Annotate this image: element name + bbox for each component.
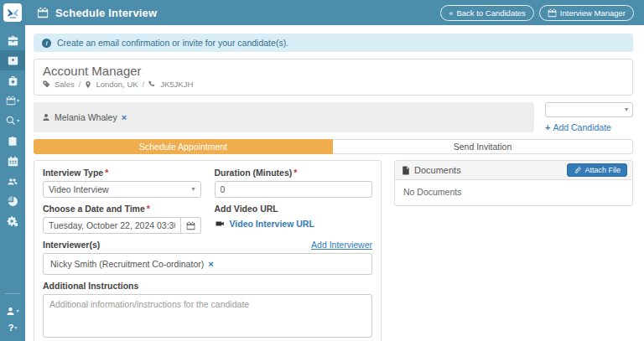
interviewers-field: Interviewer(s) Add Interviewer Nicky Smi…: [43, 240, 372, 275]
sidebar-item-calendar-menu[interactable]: ▾: [0, 90, 25, 111]
remove-interviewer-icon[interactable]: ×: [208, 260, 213, 269]
sidebar-item-reports[interactable]: [0, 191, 25, 211]
content: i Create an email confirmation or invite…: [25, 25, 644, 341]
sidebar-item-help[interactable]: ?▾: [8, 319, 18, 336]
job-meta: Sales / London, UK / JK5JKJH: [43, 80, 624, 89]
video-interview-url-link[interactable]: Video Interview URL: [215, 219, 373, 229]
interview-type-field: Interview Type * Video Interview ▾: [43, 168, 201, 198]
required-asterisk: *: [147, 204, 150, 214]
duration-label: Duration (Minutes) *: [215, 168, 373, 178]
remove-candidate-icon[interactable]: ×: [122, 113, 127, 122]
documents-empty-text: No Documents: [395, 180, 632, 205]
clipboard-icon: [8, 136, 18, 147]
users-icon: [7, 176, 18, 187]
candidate-select[interactable]: ▾: [545, 102, 633, 117]
attach-file-label: Attach File: [584, 166, 621, 174]
sidebar-divider: [5, 293, 20, 294]
separator: /: [79, 80, 81, 89]
page-header: Schedule Interview « Back to Candidates …: [25, 0, 644, 25]
calendar-grid-icon: [8, 156, 18, 167]
sidebar-item-jobs[interactable]: [0, 30, 25, 50]
calendar-icon: [186, 221, 195, 230]
add-candidate-label: Add Candidate: [553, 122, 610, 132]
interview-manager-button[interactable]: Interview Manager: [539, 5, 634, 21]
tag-icon: [43, 80, 50, 88]
interview-type-select[interactable]: Video Interview ▾: [43, 181, 201, 198]
cogs-icon: [7, 215, 18, 227]
sidebar-item-settings[interactable]: [0, 211, 25, 231]
duration-field: Duration (Minutes) *: [215, 168, 373, 198]
attach-file-button[interactable]: Attach File: [567, 163, 627, 177]
interviewers-label: Interviewer(s): [43, 240, 100, 250]
candidate-section: Melania Whaley × ▾ + Add Candidate: [34, 102, 633, 132]
main-area: Schedule Interview « Back to Candidates …: [25, 0, 644, 341]
info-icon: i: [42, 39, 51, 48]
schedule-form-card: Interview Type * Video Interview ▾: [34, 160, 382, 341]
caret-down-icon: ▾: [16, 308, 18, 313]
user-icon: [6, 307, 15, 316]
interviewer-chip: Nicky Smith (Recruitment Co-ordinator) ×: [50, 259, 214, 269]
required-asterisk: *: [105, 168, 108, 178]
sidebar: ▾ ▾ ▾ ?▾: [0, 0, 25, 341]
phone-icon: [148, 80, 156, 88]
instructions-label: Additional Instructions: [43, 281, 372, 291]
file-icon: [402, 166, 410, 175]
info-banner-text: Create an email confirmation or invite f…: [57, 38, 288, 48]
label-text: Choose a Date and Time: [43, 204, 145, 214]
datetime-label: Choose a Date and Time *: [43, 204, 201, 214]
briefcase-icon: [8, 35, 18, 46]
interviewer-name: Nicky Smith (Recruitment Co-ordinator): [50, 259, 204, 269]
plus-icon: +: [545, 122, 550, 132]
sidebar-item-people[interactable]: [0, 171, 25, 191]
interview-type-label: Interview Type *: [43, 168, 201, 178]
sidebar-item-search-menu[interactable]: ▾: [0, 111, 25, 131]
job-category: Sales: [55, 80, 75, 89]
job-location: London, UK: [96, 80, 138, 89]
duration-input[interactable]: [215, 181, 373, 198]
pie-chart-icon: [8, 196, 18, 207]
caret-down-icon: ▾: [14, 325, 17, 330]
video-url-field: Add Video URL Video Interview URL: [215, 204, 373, 234]
candidate-controls: ▾ + Add Candidate: [545, 102, 633, 132]
back-to-candidates-label: Back to Candidates: [456, 8, 525, 18]
datetime-picker-button[interactable]: [181, 217, 201, 234]
tab-schedule-appointment[interactable]: Schedule Appointment: [34, 139, 333, 154]
video-link-label: Video Interview URL: [230, 219, 314, 229]
candidate-name: Melania Whaley: [55, 112, 117, 122]
label-text: Duration (Minutes): [215, 168, 293, 178]
instructions-field: Additional Instructions: [43, 281, 372, 341]
documents-header: Documents Attach File: [395, 161, 632, 180]
add-candidate-link[interactable]: + Add Candidate: [545, 122, 633, 132]
calendar-icon: [6, 96, 16, 106]
page-title: Schedule Interview: [55, 7, 157, 19]
user-icon: [42, 113, 50, 121]
job-reference: JK5JKJH: [160, 80, 193, 89]
label-text: Interview Type: [43, 168, 103, 178]
sidebar-item-tasks[interactable]: [0, 131, 25, 151]
documents-title: Documents: [414, 165, 461, 175]
caret-down-icon: ▾: [17, 98, 19, 103]
back-to-candidates-button[interactable]: « Back to Candidates: [440, 5, 534, 21]
interview-manager-label: Interview Manager: [560, 8, 626, 18]
chevron-down-icon: ▾: [625, 106, 628, 113]
sidebar-item-candidates[interactable]: [0, 50, 25, 70]
interviewers-box[interactable]: Nicky Smith (Recruitment Co-ordinator) ×: [43, 253, 372, 275]
sidebar-item-account[interactable]: ▾: [6, 302, 18, 319]
separator: /: [143, 80, 145, 89]
selected-candidates-box[interactable]: Melania Whaley ×: [34, 102, 534, 132]
interview-type-value: Video Interview: [49, 184, 109, 194]
header-actions: « Back to Candidates Interview Manager: [440, 5, 634, 21]
datetime-field: Choose a Date and Time *: [43, 204, 201, 234]
instructions-textarea[interactable]: [43, 294, 372, 338]
datetime-input[interactable]: [43, 217, 181, 234]
video-camera-icon: [215, 220, 226, 228]
sidebar-item-schedule[interactable]: [0, 151, 25, 171]
app-logo[interactable]: [0, 0, 25, 25]
tab-send-invitation[interactable]: Send Invitation: [333, 139, 633, 154]
documents-title-row: Documents: [402, 165, 461, 175]
required-asterisk: *: [293, 168, 297, 178]
panels: Interview Type * Video Interview ▾: [34, 160, 633, 341]
sidebar-item-clients[interactable]: [0, 70, 25, 90]
calendar-icon: [548, 8, 557, 18]
add-interviewer-link[interactable]: Add Interviewer: [311, 240, 372, 250]
